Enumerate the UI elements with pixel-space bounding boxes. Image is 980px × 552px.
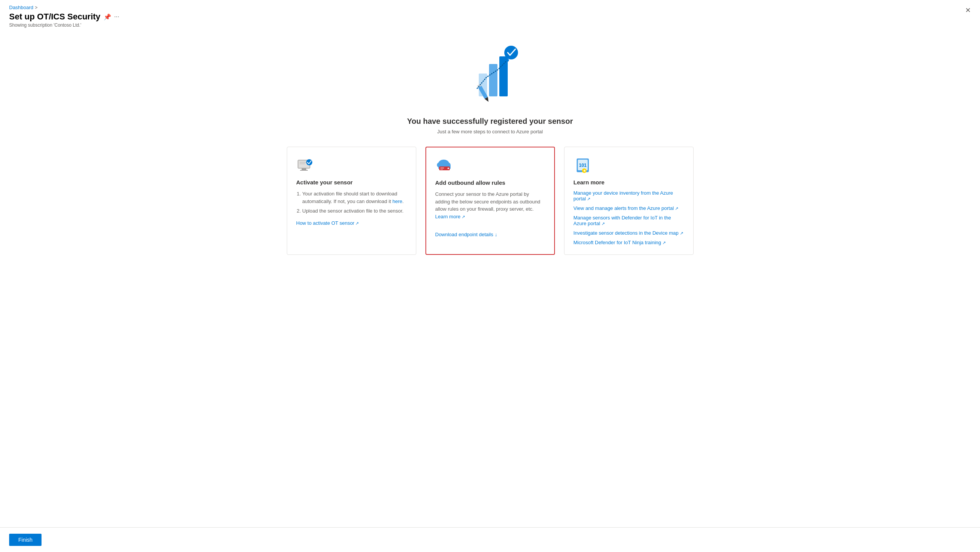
download-text: Download endpoint details — [435, 231, 494, 238]
outbound-card-body: Connect your sensor to the Azure portal … — [435, 190, 545, 238]
outbound-card-title: Add outbound allow rules — [435, 179, 545, 186]
title-row: Set up OT/ICS Security 📌 ··· — [9, 12, 971, 22]
breadcrumb-separator: > — [35, 5, 38, 10]
activate-sensor-card: Activate your sensor Your activation fil… — [287, 147, 416, 255]
svg-rect-2 — [499, 56, 508, 96]
page-header: Dashboard > Set up OT/ICS Security 📌 ···… — [0, 0, 980, 28]
outbound-description: Connect your sensor to the Azure portal … — [435, 190, 545, 220]
finish-button[interactable]: Finish — [9, 534, 42, 546]
download-endpoint-link[interactable]: Download endpoint details ↓ — [435, 231, 497, 238]
learn-more-icon: 101 ★ — [574, 156, 592, 174]
learn-link-5[interactable]: Microsoft Defender for IoT Ninja trainin… — [574, 240, 684, 245]
outbound-rules-card: Add outbound allow rules Connect your se… — [425, 147, 555, 255]
svg-rect-13 — [300, 163, 305, 164]
cards-row: Activate your sensor Your activation fil… — [281, 147, 700, 255]
success-title: You have successfully registered your se… — [407, 117, 573, 126]
svg-rect-11 — [300, 170, 308, 171]
main-content: You have successfully registered your se… — [0, 28, 980, 285]
svg-point-6 — [506, 59, 509, 62]
subscription-subtitle: Showing subscription 'Contoso Ltd.' — [9, 22, 971, 28]
svg-point-7 — [504, 46, 518, 59]
activate-step-2: Upload the sensor activation file to the… — [302, 207, 407, 215]
footer: Finish — [0, 527, 980, 552]
learn-more-card: 101 ★ Learn more Manage your device inve… — [564, 147, 694, 255]
download-icon: ↓ — [495, 231, 497, 238]
learn-more-link[interactable]: Learn more — [435, 214, 465, 219]
activate-card-body: Your activation file should start to dow… — [296, 190, 407, 227]
learn-more-card-title: Learn more — [574, 179, 684, 186]
svg-text:101: 101 — [579, 163, 586, 168]
svg-rect-1 — [489, 64, 497, 96]
success-subtitle: Just a few more steps to connect to Azur… — [437, 129, 543, 134]
here-link[interactable]: here — [392, 198, 402, 204]
activate-icon — [296, 156, 315, 174]
close-button[interactable]: ✕ — [965, 6, 971, 14]
learn-link-1[interactable]: Manage your device inventory from the Az… — [574, 190, 684, 202]
activate-card-title: Activate your sensor — [296, 179, 407, 186]
learn-link-4[interactable]: Investigate sensor detections in the Dev… — [574, 230, 684, 236]
breadcrumb: Dashboard > — [9, 5, 971, 10]
page-title: Set up OT/ICS Security — [9, 12, 101, 22]
svg-point-20 — [448, 168, 449, 169]
svg-rect-10 — [302, 168, 306, 170]
learn-link-3[interactable]: Manage sensors with Defender for IoT in … — [574, 215, 684, 226]
breadcrumb-dashboard[interactable]: Dashboard — [9, 5, 34, 10]
pin-icon[interactable]: 📌 — [104, 13, 111, 21]
activate-step-1: Your activation file should start to dow… — [302, 190, 407, 205]
learn-link-2[interactable]: View and manage alerts from the Azure po… — [574, 205, 684, 211]
svg-rect-21 — [440, 168, 444, 168]
more-options-icon[interactable]: ··· — [114, 13, 119, 20]
svg-text:★: ★ — [583, 169, 586, 173]
svg-rect-22 — [440, 169, 443, 170]
svg-rect-12 — [300, 162, 307, 163]
outbound-icon — [435, 157, 454, 175]
learn-more-links: Manage your device inventory from the Az… — [574, 190, 684, 245]
how-to-activate-link[interactable]: How to activate OT sensor — [296, 220, 359, 226]
hero-illustration — [456, 39, 524, 108]
